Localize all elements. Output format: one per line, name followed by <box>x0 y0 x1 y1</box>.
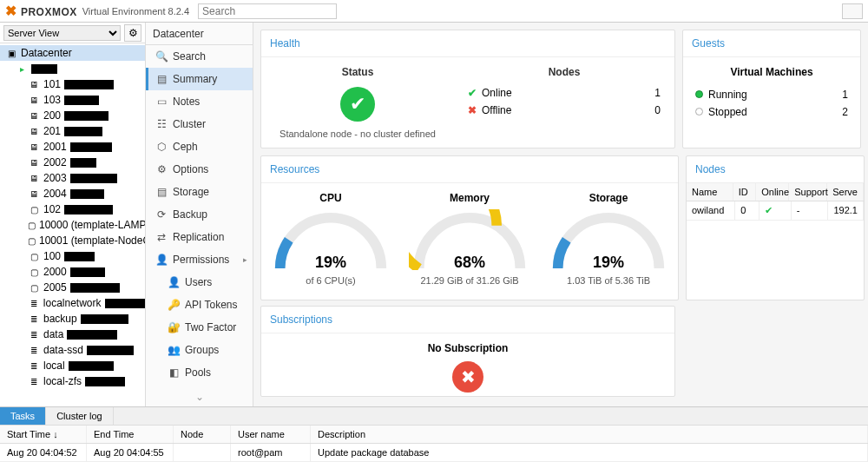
gauge-subtitle: of 6 CPU(s) <box>261 275 400 286</box>
tree-node[interactable]: ▸ <box>0 61 145 76</box>
menu-item-cluster[interactable]: ☷Cluster <box>146 113 253 135</box>
panel-title: Resources <box>261 156 678 183</box>
gauge-label: Memory <box>400 192 539 204</box>
gauge-memory: Memory68%21.29 GiB of 31.26 GiB <box>400 192 539 286</box>
menu-icon: 🔑 <box>168 299 180 311</box>
online-count: 1 <box>654 87 661 99</box>
storage-icon: ≣ <box>28 345 40 355</box>
config-header: Datacenter <box>146 23 253 45</box>
nodes-heading: Nodes <box>468 66 661 78</box>
gauge-percent: 19% <box>270 254 391 272</box>
menu-icon: ▤ <box>155 186 168 198</box>
gauge-label: Storage <box>539 192 678 204</box>
menu-item-permissions[interactable]: 👤Permissions▸ <box>146 248 253 271</box>
table-row[interactable]: Aug 20 04:04:52 Aug 20 04:04:55 root@pam… <box>0 444 868 462</box>
menu-item-notes[interactable]: ▭Notes <box>146 90 253 113</box>
menu-item-pools[interactable]: ◧Pools <box>146 361 253 384</box>
stopped-count: 2 <box>842 106 848 118</box>
menu-icon: ⟳ <box>155 208 168 221</box>
menu-item-groups[interactable]: 👥Groups <box>146 339 253 361</box>
menu-item-summary[interactable]: ▤Summary <box>146 68 253 90</box>
menu-icon: 👤 <box>168 276 180 288</box>
gauge-label: CPU <box>261 192 400 204</box>
tree-item[interactable]: 🖥2002 <box>0 155 145 170</box>
menu-expand-icon[interactable]: ⌄ <box>146 387 253 406</box>
tree-item[interactable]: ▢10001 (template-NodeCouchD <box>0 233 145 248</box>
topbar-button[interactable] <box>842 3 863 19</box>
tree-item[interactable]: ≣localnetwork <box>0 295 145 311</box>
tasks-panel: Tasks Cluster log Start Time ↓ End Time … <box>0 406 868 462</box>
x-icon: ✖ <box>468 104 477 116</box>
tree-root-datacenter[interactable]: ▣ Datacenter <box>0 45 145 61</box>
tree-item[interactable]: ≣data <box>0 327 145 342</box>
vm-icon: 🖥 <box>28 188 40 199</box>
menu-item-storage[interactable]: ▤Storage <box>146 181 253 203</box>
tree-item[interactable]: ▢100 <box>0 248 145 264</box>
tab-tasks[interactable]: Tasks <box>0 407 46 425</box>
storage-icon: ≣ <box>28 329 40 340</box>
tree-item[interactable]: 🖥200 <box>0 108 145 123</box>
gear-button[interactable]: ⚙ <box>124 24 141 42</box>
menu-icon: 👥 <box>168 344 180 356</box>
menu-item-users[interactable]: 👤Users <box>146 271 253 294</box>
menu-icon: 👤 <box>155 254 168 266</box>
logo-x-icon: ✖ <box>5 3 17 18</box>
menu-item-backup[interactable]: ⟳Backup <box>146 203 253 226</box>
tree-item[interactable]: ≣data-ssd <box>0 342 145 358</box>
nodes-panel: Nodes Name ID Online Support Serve owila… <box>686 155 865 300</box>
menu-item-options[interactable]: ⚙Options <box>146 158 253 181</box>
menu-icon: ⬡ <box>155 141 168 153</box>
menu-item-replication[interactable]: ⇄Replication <box>146 226 253 248</box>
menu-icon: ⚙ <box>155 163 168 175</box>
tree-item[interactable]: ≣backup <box>0 311 145 327</box>
status-ok-icon: ✔ <box>340 87 375 122</box>
tree-item[interactable]: 🖥2004 <box>0 186 145 201</box>
stopped-dot-icon <box>695 108 703 116</box>
tree-item[interactable]: ▢10000 (template-LAMP) <box>0 217 145 233</box>
datacenter-icon: ▣ <box>5 48 17 58</box>
tree-item[interactable]: ▢2000 <box>0 264 145 280</box>
gauge-percent: 19% <box>548 254 669 272</box>
tree-item[interactable]: ▢2005 <box>0 280 145 295</box>
menu-item-search[interactable]: 🔍Search <box>146 45 253 68</box>
storage-icon: ≣ <box>28 360 40 371</box>
health-panel: Health Status ✔ Standalone node - no clu… <box>260 30 675 148</box>
tab-cluster-log[interactable]: Cluster log <box>46 407 114 425</box>
search-input[interactable] <box>198 3 337 19</box>
ct-icon: ▢ <box>28 282 40 293</box>
menu-item-ceph[interactable]: ⬡Ceph <box>146 135 253 158</box>
tree-item[interactable]: 🖥103 <box>0 92 145 108</box>
vm-icon: 🖥 <box>28 173 40 183</box>
tree-item[interactable]: 🖥2001 <box>0 139 145 155</box>
menu-icon: 🔍 <box>155 50 168 63</box>
tree-item[interactable]: 🖥101 <box>0 76 145 92</box>
topbar-right <box>842 3 863 19</box>
view-selector[interactable]: Server View <box>3 25 121 41</box>
panel-title: Nodes <box>687 156 864 183</box>
error-icon: ✖ <box>452 361 483 393</box>
tree-item[interactable]: 🖥2003 <box>0 170 145 186</box>
storage-icon: ≣ <box>28 376 40 386</box>
no-subscription-text: No Subscription <box>261 342 674 354</box>
nodes-table-header: Name ID Online Support Serve <box>687 183 864 201</box>
left-panel: Server View ⚙ ▣ Datacenter ▸ 🖥101 🖥103 🖥… <box>0 23 146 406</box>
menu-icon: ⇄ <box>155 231 168 243</box>
ct-icon: ▢ <box>28 251 40 261</box>
tasks-header: Start Time ↓ End Time Node User name Des… <box>0 426 868 444</box>
tree-item[interactable]: 🖥201 <box>0 123 145 139</box>
tree-item[interactable]: ≣local-zfs <box>0 373 145 389</box>
vm-heading: Virtual Machines <box>695 66 848 78</box>
tree-item[interactable]: ≣local <box>0 358 145 373</box>
guests-panel: Guests Virtual Machines Running 1 Stoppe… <box>682 30 861 148</box>
menu-item-api-tokens[interactable]: 🔑API Tokens <box>146 294 253 316</box>
vm-icon: 🖥 <box>28 95 40 105</box>
running-count: 1 <box>842 89 848 101</box>
ct-icon: ▢ <box>28 204 40 214</box>
config-menu: Datacenter 🔍Search▤Summary▭Notes☷Cluster… <box>146 23 253 406</box>
vm-icon: 🖥 <box>28 126 40 136</box>
table-row[interactable]: owiland 0 ✔ - 192.1 <box>687 201 864 221</box>
offline-label: Offline <box>482 104 511 116</box>
menu-item-two-factor[interactable]: 🔐Two Factor <box>146 316 253 339</box>
running-dot-icon <box>695 90 703 98</box>
tree-item[interactable]: ▢102 <box>0 201 145 217</box>
